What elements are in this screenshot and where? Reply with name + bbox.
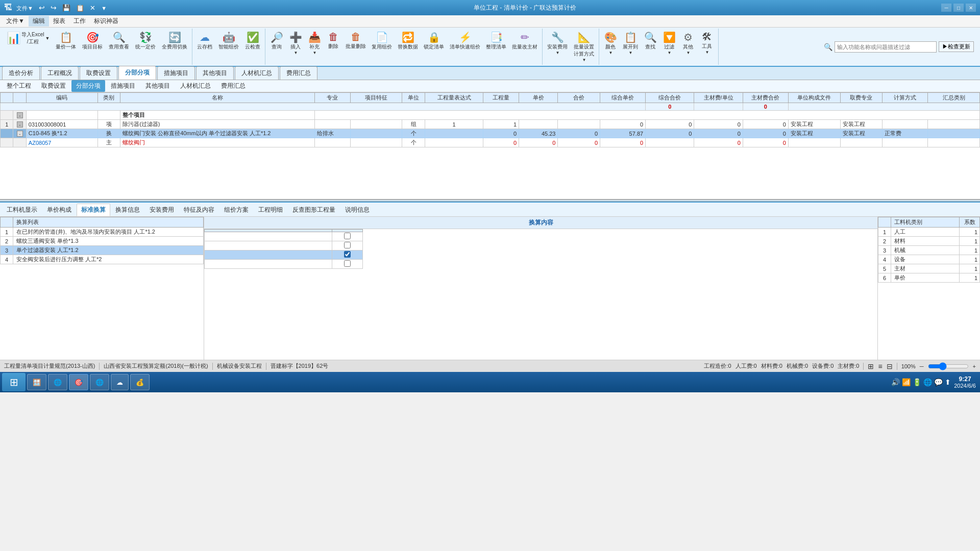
cell-checkbox[interactable] <box>332 251 363 260</box>
switch-checkbox-4[interactable] <box>344 260 351 267</box>
bottom-tab-labor[interactable]: 工料机显示 <box>2 204 42 216</box>
switch-list-row[interactable]: 4 安全阀安装后进行压力调整 人工*2 <box>1 255 204 264</box>
tab-overview[interactable]: 工程概况 <box>41 66 79 80</box>
copy-btn[interactable]: 📄 复用组价 <box>369 30 395 52</box>
switch-checkbox-1[interactable] <box>344 233 351 239</box>
view-icon-2[interactable]: ≡ <box>878 362 882 370</box>
tab-section[interactable]: 分部分项 <box>118 66 156 80</box>
table-row[interactable]: - 整个项目 <box>1 111 980 120</box>
labor-row[interactable]: 6 单价 1 <box>878 273 980 283</box>
switch-content-row[interactable] <box>205 232 363 241</box>
find-btn[interactable]: 🔍 查找 <box>641 30 659 52</box>
bottom-tab-std-switch[interactable]: 标准换算 <box>77 204 110 216</box>
sub-tab-labor[interactable]: 人材机汇总 <box>176 80 215 92</box>
tab-measures[interactable]: 措施项目 <box>157 66 195 80</box>
switch-list-row[interactable]: 2 螺纹三通阀安装 单价*1.3 <box>1 237 204 246</box>
view-icon-1[interactable]: ⊞ <box>868 362 874 370</box>
cell-sub-expand[interactable]: - <box>13 129 26 138</box>
ribbon-search-input[interactable] <box>835 41 937 53</box>
cell-expand[interactable]: - <box>13 120 26 129</box>
cell-expand[interactable] <box>13 138 26 147</box>
menu-file[interactable]: 文件▼ <box>2 16 29 27</box>
color-btn[interactable]: 🎨 颜色 ▼ <box>601 30 620 57</box>
bottom-tab-eng-detail[interactable]: 工程明细 <box>254 204 287 216</box>
qa-undo[interactable]: ↩ <box>37 3 47 12</box>
cell-collapse[interactable]: - <box>13 111 26 120</box>
bottom-tab-install-fee[interactable]: 安装费用 <box>145 204 179 216</box>
replace-btn[interactable]: 🔁 替换数据 <box>395 30 421 52</box>
zoom-in-btn[interactable]: + <box>973 363 976 369</box>
bottom-tab-features[interactable]: 特征及内容 <box>179 204 219 216</box>
cloud-check-btn[interactable]: ✅ 云检查 <box>242 30 263 52</box>
tab-fee-summary[interactable]: 费用汇总 <box>280 66 317 80</box>
ai-quota-btn[interactable]: 🤖 智能组价 <box>216 30 241 52</box>
insert-btn[interactable]: ➕ 插入 ▼ <box>286 30 305 57</box>
tool-btn[interactable]: 🛠 工具 ▼ <box>698 30 716 56</box>
menu-edit[interactable]: 编辑 <box>29 16 49 27</box>
taskbar-app-3[interactable]: 🎯 <box>69 374 88 390</box>
labor-row[interactable]: 4 设备 1 <box>878 255 980 264</box>
taskbar-app-2[interactable]: 🌐 <box>48 374 67 390</box>
fill-btn[interactable]: 📥 补充 ▼ <box>305 30 324 57</box>
zoom-slider[interactable] <box>928 363 969 369</box>
update-btn[interactable]: ▶检查更新 <box>939 41 974 52</box>
switch-list-row[interactable]: 1 在已封闭的管道(井)、地沟及吊顶内安装的项目 人工*1.2 <box>1 228 204 237</box>
taskbar-icon-6[interactable]: ⬆ <box>945 378 951 386</box>
sub-tab-fee[interactable]: 取费设置 <box>37 80 70 92</box>
menu-report[interactable]: 报表 <box>49 16 69 27</box>
close-btn[interactable]: ✕ <box>966 4 976 12</box>
minimize-btn[interactable]: ─ <box>941 4 951 12</box>
sub-tab-measures[interactable]: 措施项目 <box>106 80 140 92</box>
taskbar-icon-1[interactable]: 🔊 <box>891 378 900 386</box>
taskbar-icon-2[interactable]: 📶 <box>902 378 911 386</box>
switch-checkbox-3[interactable] <box>344 251 351 258</box>
table-row[interactable]: AZ08057 主 螺纹阀门 个 0 0 0 0 0 0 <box>1 138 980 147</box>
expand-view-btn[interactable]: 📋 展开到 ▼ <box>620 30 641 57</box>
import-excel-btn[interactable]: 📊 导入Excel /工程 ▼ <box>4 30 52 47</box>
qa-saveas[interactable]: 📋 <box>74 4 86 12</box>
tab-cost-analysis[interactable]: 造价分析 <box>2 66 40 80</box>
qa-close[interactable]: ✕ <box>88 4 97 12</box>
qty-set-btn[interactable]: 📐 批量设置 计算方式 ▼ <box>571 30 597 64</box>
total-price-btn[interactable]: 💱 统一定价 <box>133 30 158 52</box>
other-btn[interactable]: ⚙ 其他 ▼ <box>679 30 697 57</box>
bottom-tab-group-plan[interactable]: 组价方案 <box>219 204 253 216</box>
install-fee-btn[interactable]: 🔧 安装费用 ▼ <box>545 30 570 57</box>
tab-labor[interactable]: 人材机汇总 <box>235 66 279 80</box>
labor-row[interactable]: 2 材料 1 <box>878 237 980 246</box>
table-row[interactable]: 1 - 031003008001 项 除污器(过滤器) 组 1 1 0 0 0 … <box>1 120 980 129</box>
taskbar-app-6[interactable]: 💰 <box>130 374 150 390</box>
project-target-btn[interactable]: 🎯 项目目标 <box>80 30 105 52</box>
switch-content-row[interactable] <box>205 251 363 260</box>
full-switch-btn[interactable]: 🔄 全费用切换 <box>159 30 190 52</box>
bottom-tab-price-comp[interactable]: 单价构成 <box>42 204 76 216</box>
taskbar-icon-5[interactable]: 💬 <box>934 378 943 386</box>
switch-list-row[interactable]: 3 单个过滤器安装 人工*1.2 <box>1 246 204 255</box>
taskbar-app-5[interactable]: ☁ <box>111 374 129 390</box>
search-btn[interactable]: 🔎 查询 <box>267 30 286 52</box>
qty-integrate-btn[interactable]: 📋 量价一体 <box>53 30 79 52</box>
bottom-tab-desc[interactable]: 说明信息 <box>340 204 374 216</box>
labor-row[interactable]: 3 机械 1 <box>878 246 980 255</box>
organize-btn[interactable]: 📑 整理清单 <box>483 30 509 52</box>
switch-checkbox-2[interactable] <box>344 242 351 248</box>
qa-save[interactable]: 💾 <box>60 4 72 12</box>
sub-tab-section[interactable]: 分部分项 <box>71 80 105 92</box>
sub-tab-fee-sum[interactable]: 费用汇总 <box>216 80 250 92</box>
bottom-tab-switch-info[interactable]: 换算信息 <box>111 204 144 216</box>
menu-work[interactable]: 工作 <box>69 16 90 27</box>
switch-content-row[interactable] <box>205 260 363 269</box>
cloud-store-btn[interactable]: ☁ 云存档 <box>194 30 215 52</box>
filter-btn[interactable]: 🔽 过滤 ▼ <box>660 30 678 57</box>
switch-content-row[interactable] <box>205 241 363 251</box>
delete-btn[interactable]: 🗑 删除 <box>324 30 342 52</box>
maximize-btn[interactable]: □ <box>953 4 964 12</box>
sub-tab-other[interactable]: 其他项目 <box>141 80 175 92</box>
tab-fee-setting[interactable]: 取费设置 <box>80 66 117 80</box>
start-btn[interactable]: ⊞ <box>2 373 26 391</box>
qa-redo[interactable]: ↪ <box>48 3 59 12</box>
tab-other[interactable]: 其他项目 <box>196 66 234 80</box>
view-check-btn[interactable]: 🔍 查用查看 <box>106 30 132 52</box>
taskbar-app-4[interactable]: 🌐 <box>90 374 109 390</box>
view-icon-3[interactable]: ⊟ <box>887 362 893 370</box>
